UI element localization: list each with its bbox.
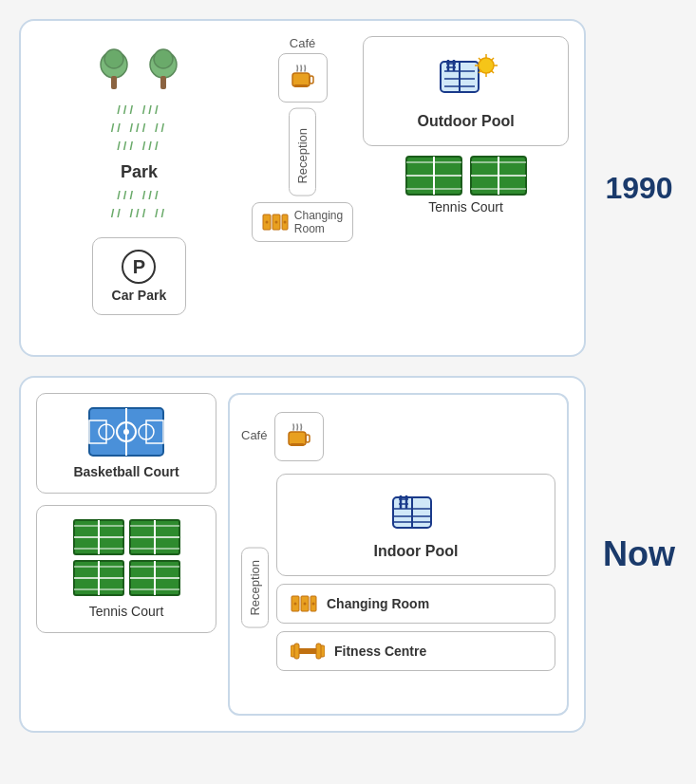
indoor-pool-label: Indoor Pool: [374, 543, 459, 560]
changing-room-area-1990: ChangingRoom: [252, 202, 353, 243]
svg-point-4: [154, 49, 173, 68]
svg-rect-92: [294, 644, 299, 659]
svg-rect-73: [291, 443, 304, 446]
tennis-now-4: [129, 560, 180, 596]
parking-symbol: P: [122, 250, 156, 284]
tennis-court-icon-1: [405, 156, 462, 196]
changing-room-icon-now: [291, 594, 317, 613]
tennis-court-icon-2: [470, 156, 527, 196]
cafe-area-now: Café: [241, 406, 555, 466]
park-label: Park: [121, 162, 158, 182]
tennis-courts-1990: Tennis Court: [405, 156, 527, 215]
coffee-icon-1990: [287, 62, 319, 94]
coffee-icon-now: [283, 420, 315, 453]
now-right-facilities: Indoor Pool Changing Room: [276, 474, 555, 702]
fitness-centre-box: Fitness Centre: [276, 631, 555, 671]
changing-room-box-now: Changing Room: [276, 584, 555, 624]
right-col-1990: Outdoor Pool: [363, 36, 569, 340]
era-1990-label: 1990: [601, 171, 677, 206]
svg-rect-8: [294, 84, 308, 87]
svg-point-86: [294, 603, 297, 606]
cafe-box-now: [274, 412, 324, 461]
cafe-box-1990: [278, 53, 328, 103]
svg-rect-72: [306, 435, 310, 442]
trees-decoration: [93, 46, 184, 91]
indoor-pool-icon: [389, 490, 442, 535]
svg-point-88: [312, 603, 315, 606]
outdoor-pool-label: Outdoor Pool: [417, 113, 514, 130]
basketball-court-label: Basketball Court: [73, 464, 179, 479]
reception-col-1990: Café Reception: [252, 36, 353, 242]
tree-icon-1: [93, 46, 135, 91]
svg-rect-71: [289, 432, 306, 445]
park-area: /// /// // /// // /// /// Park /// /// /…: [36, 36, 242, 340]
svg-rect-93: [316, 644, 321, 659]
changing-room-label-now: Changing Room: [327, 596, 429, 611]
svg-rect-7: [310, 76, 313, 84]
indoor-pool-box: Indoor Pool: [276, 474, 555, 576]
basketball-court-icon: [88, 407, 164, 457]
changing-room-icon-1990: [262, 213, 289, 232]
left-col-now: Basketball Court: [36, 393, 216, 716]
era-1990-row: /// /// // /// // /// /// Park /// /// /…: [19, 19, 677, 357]
svg-point-87: [304, 603, 307, 606]
fitness-centre-label: Fitness Centre: [334, 644, 426, 659]
tennis-now-1: [73, 519, 124, 555]
svg-point-12: [265, 220, 268, 223]
reception-box-1990: Reception: [289, 108, 316, 196]
right-col-now: Café Reception: [228, 393, 569, 716]
car-park-label: Car Park: [112, 288, 167, 303]
cafe-area-1990: Café: [278, 36, 328, 103]
reception-col-now: Reception: [241, 474, 269, 702]
tennis-4-box: Tennis Court: [36, 505, 216, 633]
tennis-2x2-grid: [73, 519, 180, 596]
car-park-box: P Car Park: [92, 237, 187, 315]
svg-rect-5: [160, 76, 166, 89]
outdoor-pool-svg: [433, 52, 499, 105]
grass-decoration-2: /// /// // /// //: [46, 188, 233, 220]
cafe-label-now: Café: [241, 428, 267, 442]
grass-decoration: /// /// // /// // /// ///: [46, 103, 233, 153]
svg-point-13: [274, 220, 277, 223]
svg-line-29: [479, 58, 481, 61]
tennis-now-3: [73, 560, 124, 596]
tennis-court-label-now: Tennis Court: [89, 604, 164, 619]
era-now-row: Basketball Court: [19, 376, 677, 733]
fitness-icon: [291, 642, 325, 661]
svg-rect-2: [111, 76, 117, 89]
era-now-label: Now: [601, 534, 677, 574]
basketball-court-box: Basketball Court: [36, 393, 216, 494]
outdoor-pool-box: Outdoor Pool: [363, 36, 569, 146]
tennis-now-2: [129, 519, 180, 555]
svg-point-1: [104, 49, 123, 68]
outdoor-pool-icon: [433, 52, 499, 105]
svg-line-31: [491, 58, 494, 61]
diagram-1990: /// /// // /// // /// /// Park /// /// /…: [19, 19, 586, 357]
tree-icon-2: [142, 46, 184, 91]
svg-line-30: [491, 70, 494, 73]
svg-rect-6: [292, 73, 310, 86]
diagram-now: Basketball Court: [19, 376, 586, 733]
tennis-courts-row: [405, 156, 527, 196]
cafe-label-1990: Café: [290, 36, 315, 50]
changing-room-label-1990: ChangingRoom: [294, 209, 343, 236]
tennis-court-label-1990: Tennis Court: [428, 199, 503, 215]
svg-point-14: [283, 220, 286, 223]
reception-box-now: Reception: [241, 548, 269, 628]
svg-point-46: [123, 429, 129, 435]
